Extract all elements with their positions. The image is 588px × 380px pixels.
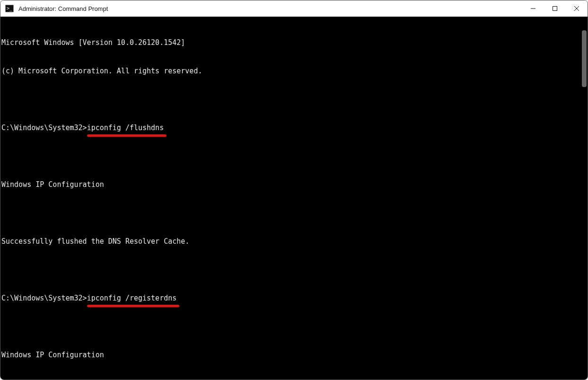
titlebar[interactable]: >_ Administrator: Command Prompt [0, 0, 588, 17]
command-text: ipconfig /registerdns [87, 293, 177, 303]
output-line: Microsoft Windows [Version 10.0.26120.15… [1, 38, 578, 47]
prompt-line: C:\Windows\System32>ipconfig /registerdn… [1, 293, 578, 303]
blank-line [1, 151, 578, 161]
maximize-icon [553, 6, 557, 11]
command-prompt-window: >_ Administrator: Command Prompt Microso… [0, 0, 588, 380]
output-line: Windows IP Configuration [1, 180, 578, 189]
blank-line [1, 208, 578, 218]
prompt: C:\Windows\System32> [1, 124, 87, 132]
output-line: Windows IP Configuration [1, 350, 578, 360]
minimize-button[interactable] [522, 0, 544, 17]
prompt: C:\Windows\System32> [1, 294, 87, 302]
close-icon [574, 6, 579, 11]
minimize-icon [531, 6, 535, 11]
terminal-area[interactable]: Microsoft Windows [Version 10.0.26120.15… [0, 17, 588, 380]
window-controls [522, 0, 588, 17]
blank-line [1, 379, 578, 380]
terminal-output: Microsoft Windows [Version 10.0.26120.15… [0, 17, 579, 380]
output-line: (c) Microsoft Corporation. All rights re… [1, 66, 578, 76]
blank-line [1, 322, 578, 331]
command-text: ipconfig /flushdns [87, 123, 164, 133]
cmd-app-icon: >_ [5, 4, 14, 13]
output-line: Successfully flushed the DNS Resolver Ca… [1, 237, 578, 246]
scrollbar-track[interactable] [579, 17, 588, 380]
blank-line [1, 95, 578, 104]
scrollbar-thumb[interactable] [582, 30, 587, 87]
window-title: Administrator: Command Prompt [18, 5, 108, 12]
prompt-line: C:\Windows\System32>ipconfig /flushdns [1, 123, 578, 133]
svg-rect-3 [553, 7, 557, 11]
close-button[interactable] [566, 0, 588, 17]
blank-line [1, 265, 578, 274]
maximize-button[interactable] [544, 0, 566, 17]
svg-text:>_: >_ [7, 6, 13, 11]
